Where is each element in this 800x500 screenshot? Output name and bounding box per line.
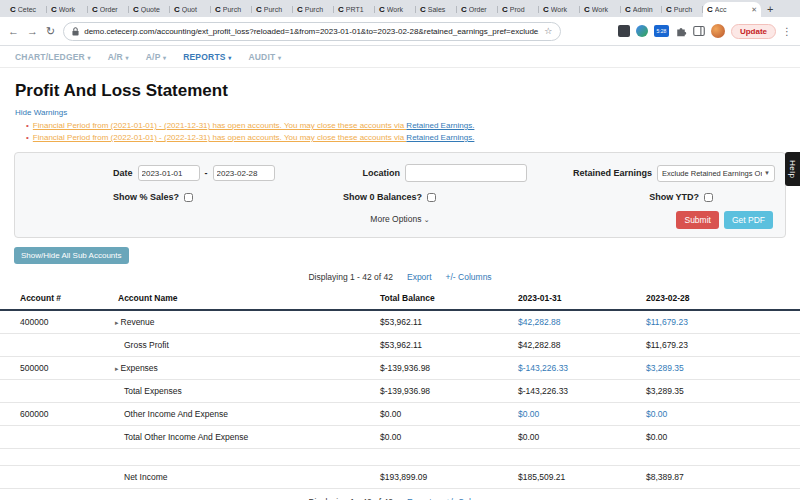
page-title: Profit And Loss Statement (15, 81, 785, 101)
nav-item[interactable]: A/P ▾ (146, 52, 166, 62)
browser-tab[interactable]: C Quot ✕ (170, 2, 211, 17)
extension-icon[interactable] (618, 25, 630, 37)
back-icon[interactable]: ← (8, 26, 19, 37)
tab-title: Order (469, 6, 494, 13)
browser-tab[interactable]: C Work ✕ (375, 2, 416, 17)
period-feb-cell[interactable]: $3,289.35 (640, 380, 800, 403)
tab-title: Quot (182, 6, 207, 13)
browser-tab[interactable]: C Purch ✕ (662, 2, 703, 17)
expand-icon[interactable]: ▸ (115, 365, 119, 373)
cetec-favicon: C (461, 6, 467, 14)
nav-item[interactable]: REPORTS ▾ (183, 52, 231, 62)
nav-item[interactable]: A/R ▾ (108, 52, 129, 62)
address-bar[interactable]: demo.cetecerp.com/accounting/ext_profit_… (63, 22, 561, 41)
nav-item[interactable]: AUDIT ▾ (248, 52, 281, 62)
period-jan-cell[interactable]: $-143,226.33 (512, 357, 640, 380)
browser-menu-icon[interactable]: ⋮ (782, 26, 792, 37)
tab-title: Work (387, 6, 412, 13)
show-sales-label: Show % Sales? (113, 192, 179, 202)
url-text: demo.cetecerp.com/accounting/ext_profit_… (84, 27, 539, 36)
bookmark-star-icon[interactable]: ☆ (544, 26, 552, 36)
get-pdf-button[interactable]: Get PDF (724, 211, 773, 229)
update-button[interactable]: Update (731, 24, 776, 39)
columns-link[interactable]: +/- Columns (446, 272, 492, 282)
extensions-puzzle-icon[interactable] (675, 25, 687, 37)
tab-title: Purch (305, 6, 330, 13)
browser-tab[interactable]: C Work ✕ (539, 2, 580, 17)
browser-tab[interactable]: C Work ✕ (47, 2, 88, 17)
pnl-table: Account # Account Name Total Balance 202… (0, 287, 800, 489)
more-options-toggle[interactable]: More Options ⌄ (370, 214, 429, 224)
browser-tab[interactable]: C Sales ✕ (416, 2, 457, 17)
show-sales-checkbox[interactable] (184, 193, 193, 202)
browser-tab[interactable]: C Purch ✕ (293, 2, 334, 17)
pagination-top: Displaying 1 - 42 of 42 Export +/- Colum… (0, 272, 800, 282)
show-zero-balances-checkbox[interactable] (427, 193, 436, 202)
browser-tab[interactable]: C Quote ✕ (129, 2, 170, 17)
retained-earnings-link[interactable]: Retained Earnings. (406, 133, 474, 142)
period-feb-cell[interactable] (640, 449, 800, 466)
retained-earnings-link[interactable]: Retained Earnings. (406, 121, 474, 130)
date-from-input[interactable] (138, 165, 200, 181)
displaying-count: Displaying 1 - 42 of 42 (308, 272, 393, 282)
account-name: Gross Profit (124, 340, 169, 350)
browser-tab[interactable]: C Order ✕ (457, 2, 498, 17)
tab-title: Purch (264, 6, 289, 13)
period-jan-cell[interactable]: $0.00 (512, 426, 640, 449)
browser-tab[interactable]: C Work ✕ (580, 2, 621, 17)
show-ytd-label: Show YTD? (649, 192, 699, 202)
browser-tab[interactable]: C Purch ✕ (252, 2, 293, 17)
timer-extension-icon[interactable]: 5:28 (654, 25, 669, 37)
show-ytd-checkbox[interactable] (704, 193, 713, 202)
browser-tab[interactable]: C PRT1 ✕ (334, 2, 375, 17)
date-to-input[interactable] (213, 165, 275, 181)
export-link[interactable]: Export (407, 272, 432, 282)
hide-warnings-link[interactable]: Hide Warnings (15, 108, 785, 117)
submit-button[interactable]: Submit (676, 211, 718, 229)
period-feb-cell[interactable]: $3,289.35 (640, 357, 800, 380)
reload-icon[interactable]: ↻ (46, 26, 55, 37)
tab-close-icon[interactable]: ✕ (751, 6, 757, 14)
period-jan-cell[interactable]: $42,282.88 (512, 334, 640, 357)
expand-icon[interactable]: ▸ (115, 319, 119, 327)
period-jan-cell[interactable]: $-143,226.33 (512, 380, 640, 403)
period-jan-cell[interactable]: $0.00 (512, 403, 640, 426)
tab-title: Cetec (18, 6, 43, 13)
tab-title: Prod (510, 6, 535, 13)
retained-earnings-select[interactable]: Exclude Retained Earnings On Y ▼ (657, 165, 775, 182)
browser-tab[interactable]: C Cetec ✕ (6, 2, 47, 17)
toggle-subaccounts-button[interactable]: Show/Hide All Sub Accounts (14, 247, 129, 264)
warning-item: Financial Period from (2022-01-01) - (20… (26, 133, 785, 142)
total-balance-cell: $53,962.11 (374, 334, 512, 357)
browser-tab[interactable]: C Acc ✕ (703, 2, 761, 17)
period-feb-cell[interactable]: $11,679.23 (640, 310, 800, 334)
browser-tab[interactable]: C Purch ✕ (211, 2, 252, 17)
period-jan-cell[interactable] (512, 449, 640, 466)
location-input[interactable] (405, 164, 527, 182)
table-row: ▸Gross Profit $53,962.11 $42,282.88 $11,… (0, 334, 800, 357)
tab-title: Admin (633, 6, 658, 13)
toolbar-extensions: 5:28 Update ⋮ (618, 24, 792, 39)
profile-avatar[interactable] (711, 24, 725, 38)
period-jan-cell[interactable]: $185,509.21 (512, 466, 640, 489)
side-panel-icon[interactable] (693, 25, 705, 37)
extension-icon[interactable] (636, 25, 648, 37)
help-tab[interactable]: Help (785, 152, 800, 186)
period-feb-cell[interactable]: $0.00 (640, 403, 800, 426)
period-jan-cell[interactable]: $42,282.88 (512, 310, 640, 334)
browser-tab[interactable]: C Order ✕ (88, 2, 129, 17)
account-number-cell (0, 449, 112, 466)
retained-earnings-label: Retained Earnings (573, 168, 652, 178)
nav-item[interactable]: CHART/LEDGER ▾ (15, 52, 91, 62)
period-feb-cell[interactable]: $11,679.23 (640, 334, 800, 357)
cetec-favicon: C (379, 6, 385, 14)
period-feb-cell[interactable]: $8,389.87 (640, 466, 800, 489)
browser-tabs: C Cetec ✕ C Work ✕ C Order ✕ C Quote ✕ C… (6, 0, 761, 17)
account-number-cell (0, 426, 112, 449)
period-feb-cell[interactable]: $0.00 (640, 426, 800, 449)
browser-tab[interactable]: C Admin ✕ (621, 2, 662, 17)
forward-icon[interactable]: → (27, 26, 38, 37)
new-tab-button[interactable]: + (767, 4, 773, 15)
warning-text: Financial Period from (2022-01-01) - (20… (33, 133, 407, 142)
browser-tab[interactable]: C Prod ✕ (498, 2, 539, 17)
